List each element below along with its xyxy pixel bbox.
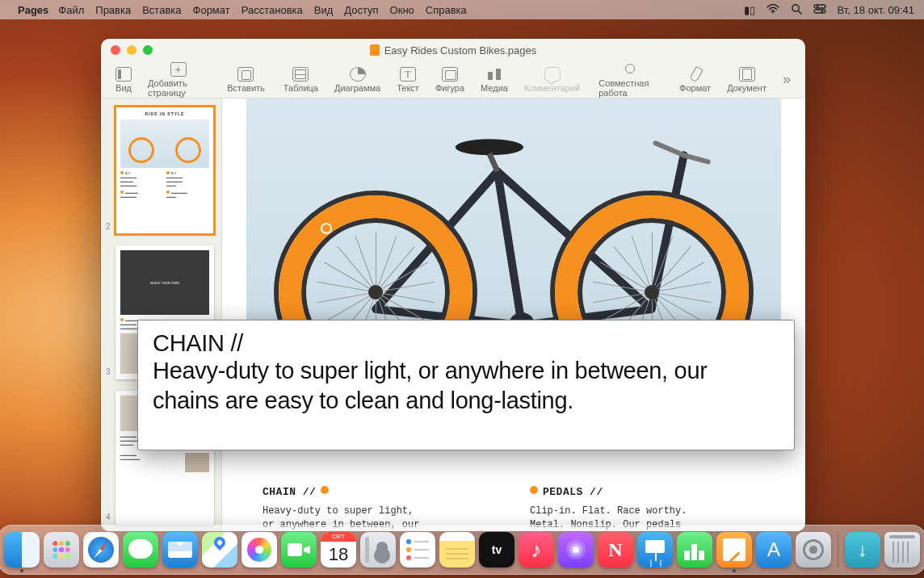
menu-edit[interactable]: Правка — [95, 4, 131, 16]
toolbar-add-page[interactable]: Добавить страницу — [140, 62, 216, 98]
pages-window: Easy Rides Custom Bikes.pages Вид Добави… — [101, 39, 805, 531]
dock-numbers[interactable] — [677, 532, 712, 568]
svg-point-5 — [816, 5, 818, 7]
dock — [0, 525, 924, 575]
menu-window[interactable]: Окно — [390, 4, 414, 16]
document-icon — [370, 44, 380, 56]
svg-line-2 — [798, 10, 801, 14]
toolbar-view[interactable]: Вид — [107, 67, 140, 93]
dock-finder[interactable] — [4, 532, 40, 568]
dock-podcasts[interactable] — [558, 532, 594, 568]
toolbar-format[interactable]: Формат — [671, 67, 719, 93]
menu-help[interactable]: Справка — [426, 4, 467, 16]
magnified-text-overlay: CHAIN // Heavy-duty to super light, or a… — [137, 320, 795, 450]
battery-icon[interactable]: ▮▯ — [744, 4, 755, 16]
menu-format[interactable]: Формат — [193, 4, 230, 16]
titlebar: Easy Rides Custom Bikes.pages — [101, 39, 805, 61]
menu-arrange[interactable]: Расстановка — [242, 4, 303, 16]
menu-view[interactable]: Вид — [314, 4, 334, 16]
toolbar-chart[interactable]: Диаграмма — [326, 67, 388, 93]
dock-downloads[interactable] — [845, 532, 880, 568]
dock-system-settings[interactable] — [796, 532, 831, 568]
callout-dot — [321, 223, 332, 234]
thumbnail-page-2[interactable]: 2 RIDE IN STYLE A //▬▬▬▬▬▬▬▬▬▬▬▬▬▬B //▬▬… — [107, 107, 215, 234]
toolbar-table[interactable]: Таблица — [275, 67, 326, 93]
toolbar-insert[interactable]: Вставить — [219, 67, 273, 93]
svg-point-15 — [456, 139, 523, 155]
menu-insert[interactable]: Вставка — [142, 4, 181, 16]
toolbar-text[interactable]: Текст — [388, 67, 427, 93]
magnify-body: Heavy-duty to super light, or anywhere i… — [153, 356, 779, 416]
toolbar: Вид Добавить страницу Вставить Таблица Д… — [101, 61, 805, 98]
dock-photos[interactable] — [242, 532, 277, 568]
toolbar-comment[interactable]: Комментарий — [516, 67, 588, 93]
window-close-button[interactable] — [111, 45, 120, 55]
dock-safari[interactable] — [83, 532, 119, 568]
svg-line-13 — [656, 143, 684, 155]
svg-line-14 — [684, 155, 708, 161]
dock-tv[interactable] — [479, 532, 514, 568]
dock-reminders[interactable] — [400, 532, 435, 568]
menubar-clock[interactable]: Вт, 18 окт. 09:41 — [838, 4, 914, 16]
svg-point-0 — [772, 11, 774, 13]
dock-music[interactable] — [519, 532, 554, 568]
pedals-heading: PEDALS // — [543, 486, 603, 498]
dock-messages[interactable] — [123, 532, 158, 568]
dock-pages[interactable] — [716, 532, 752, 568]
dock-maps[interactable] — [202, 532, 237, 568]
dot-icon — [321, 486, 329, 494]
dock-mail[interactable] — [162, 532, 198, 568]
dock-news[interactable] — [598, 532, 633, 568]
dot-icon — [530, 486, 538, 494]
window-minimize-button[interactable] — [127, 45, 136, 55]
svg-rect-3 — [814, 5, 825, 8]
menu-file[interactable]: Файл — [58, 4, 84, 16]
svg-rect-4 — [814, 10, 825, 13]
menubar: Pages Файл Правка Вставка Формат Расстан… — [0, 0, 924, 19]
app-menu[interactable]: Pages — [18, 4, 48, 16]
document-canvas[interactable]: CHAIN // Heavy-duty to super light, or a… — [222, 98, 805, 531]
toolbar-media[interactable]: Медиа — [472, 67, 516, 93]
dock-trash[interactable] — [884, 532, 920, 568]
toolbar-shape[interactable]: Фигура — [427, 67, 472, 93]
dock-contacts[interactable] — [360, 532, 396, 568]
dock-keynote[interactable] — [637, 532, 673, 568]
svg-line-16 — [489, 153, 498, 171]
dock-facetime[interactable] — [281, 532, 317, 568]
dock-notes[interactable] — [439, 532, 475, 568]
svg-point-6 — [821, 10, 823, 12]
menu-share[interactable]: Доступ — [344, 4, 378, 16]
toolbar-overflow[interactable]: » — [775, 71, 799, 88]
dock-calendar[interactable] — [321, 532, 356, 568]
toolbar-document[interactable]: Документ — [719, 67, 775, 93]
dock-appstore[interactable] — [756, 532, 792, 568]
page-thumbnails[interactable]: 2 RIDE IN STYLE A //▬▬▬▬▬▬▬▬▬▬▬▬▬▬B //▬▬… — [101, 98, 222, 531]
window-zoom-button[interactable] — [143, 45, 153, 55]
window-title: Easy Rides Custom Bikes.pages — [384, 44, 537, 57]
wifi-icon[interactable] — [766, 4, 779, 16]
chain-heading: CHAIN // — [262, 486, 316, 498]
magnify-heading: CHAIN // — [153, 332, 779, 356]
dock-separator — [838, 532, 838, 568]
control-center-icon[interactable] — [813, 4, 826, 16]
dock-launchpad[interactable] — [44, 532, 79, 568]
spotlight-icon[interactable] — [791, 3, 802, 17]
toolbar-collaborate[interactable]: Совместная работа — [590, 62, 669, 98]
